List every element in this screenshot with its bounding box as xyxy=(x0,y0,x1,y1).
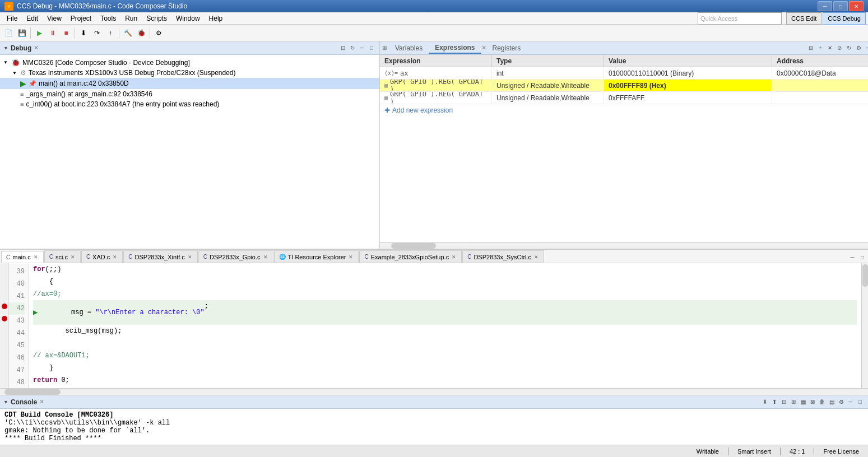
editor-scrollbar-v[interactable] xyxy=(861,263,868,388)
console-icon-4[interactable]: ⊞ xyxy=(789,398,798,407)
debug-stack-icon-0: 📌 xyxy=(29,80,36,87)
menu-edit[interactable]: Edit xyxy=(22,12,43,25)
suspend-button[interactable]: ⏸ xyxy=(47,27,59,39)
quick-access-input[interactable]: Quick Access xyxy=(698,12,782,25)
terminate-button[interactable]: ■ xyxy=(60,27,72,39)
console-icon-3[interactable]: ⊟ xyxy=(779,398,788,407)
debug-tree-item-args[interactable]: ≡ _args_main() at args_main.c:92 0x33854… xyxy=(0,89,379,99)
debug-panel-icon-1[interactable]: ⊡ xyxy=(338,44,347,53)
status-sep-3 xyxy=(814,447,814,455)
expr-icon-refresh[interactable]: ↻ xyxy=(844,44,853,53)
editor-scrollbar-h[interactable] xyxy=(0,388,868,395)
tab-expressions[interactable]: Expressions xyxy=(429,42,481,54)
debug-tree-item-cint[interactable]: ≡ c_int00() at boot.inc:223 0x3384A7 (th… xyxy=(0,99,379,109)
console-scroll-up[interactable]: ⬆ xyxy=(770,398,779,407)
tab-close-xad-c[interactable]: ✕ xyxy=(112,254,118,260)
expressions-tab-close[interactable]: ✕ xyxy=(481,44,486,52)
menu-scripts[interactable]: Scripts xyxy=(142,12,171,25)
menu-help[interactable]: Help xyxy=(205,12,228,25)
save-button[interactable]: 💾 xyxy=(16,27,28,39)
expr-icon-add[interactable]: + xyxy=(816,44,825,53)
new-button[interactable]: 📄 xyxy=(2,27,15,39)
tab-close-sci-c[interactable]: ✕ xyxy=(70,254,76,260)
console-minimize[interactable]: ─ xyxy=(846,398,855,407)
line-num-39: 39 xyxy=(9,265,25,278)
debug-tree-item-device[interactable]: ▼ ⚙ Texas Instruments XDS100v3 USB Debug… xyxy=(0,68,379,78)
debug-button[interactable]: 🐞 xyxy=(135,27,147,39)
bp-gutter-48 xyxy=(0,374,8,386)
toolbar-separator-1 xyxy=(30,27,31,39)
debug-panel-maximize[interactable]: □ xyxy=(367,44,376,53)
expressions-panel: ⊞ Variables Expressions ✕ Registers ⊟ + … xyxy=(380,41,868,249)
tab-close-gpio[interactable]: ✕ xyxy=(263,254,268,260)
tab-close-sysctrl[interactable]: ✕ xyxy=(533,254,539,260)
status-insert-mode: Smart Insert xyxy=(733,448,776,455)
editor-body: 39 40 41 42 43 44 45 46 47 48 for(;;) { xyxy=(0,263,868,388)
expr-icon-settings[interactable]: ⚙ xyxy=(854,44,863,53)
editor-maximize[interactable]: □ xyxy=(858,253,867,262)
expr-minimize[interactable]: ─ xyxy=(864,44,868,53)
menu-view[interactable]: View xyxy=(43,12,66,25)
editor-tab-sci-c[interactable]: C sci.c ✕ xyxy=(44,250,81,263)
debug-panel-icon-2[interactable]: ↻ xyxy=(348,44,357,53)
editor-tab-gpio-setup[interactable]: C Example_2833xGpioSetup.c ✕ xyxy=(359,250,462,263)
step-into-button[interactable]: ⬇ xyxy=(77,27,90,39)
menu-tools[interactable]: Tools xyxy=(96,12,120,25)
ccs-debug-perspective[interactable]: CCS Debug xyxy=(823,12,866,25)
add-expression-row[interactable]: ✚ Add new expression xyxy=(380,104,868,116)
step-return-button[interactable]: ↑ xyxy=(104,27,117,39)
bp-gutter-43[interactable] xyxy=(0,313,8,325)
console-icon-5[interactable]: ▦ xyxy=(799,398,807,407)
tab-close-main-c[interactable]: ✕ xyxy=(33,254,39,260)
editor-tab-xintf[interactable]: C DSP2833x_Xintf.c ✕ xyxy=(123,250,198,263)
debug-panel-minimize[interactable]: ─ xyxy=(358,44,366,53)
menu-window[interactable]: Window xyxy=(171,12,205,25)
editor-tab-main-c[interactable]: C main.c ✕ xyxy=(1,251,44,263)
menu-project[interactable]: Project xyxy=(66,12,96,25)
tab-registers[interactable]: Registers xyxy=(486,43,527,54)
console-icon-clear[interactable]: 🗑 xyxy=(818,398,827,407)
tab-close-gpio-setup[interactable]: ✕ xyxy=(451,254,457,260)
tab-close-xintf[interactable]: ✕ xyxy=(187,254,193,260)
step-over-button[interactable]: ↷ xyxy=(91,27,103,39)
expressions-scrollbar-h[interactable] xyxy=(380,242,868,249)
close-button[interactable]: ✕ xyxy=(849,1,864,11)
expressions-table: Expression Type Value Address (x)= ax in… xyxy=(380,55,868,242)
editor-tab-ti-resource[interactable]: 🌐 TI Resource Explorer ✕ xyxy=(274,250,359,263)
console-maximize[interactable]: □ xyxy=(856,398,865,407)
settings-button[interactable]: ⚙ xyxy=(152,27,165,39)
editor-tab-sysctrl[interactable]: C DSP2833x_SysCtrl.c ✕ xyxy=(462,250,544,263)
ccs-edit-perspective[interactable]: CCS Edit xyxy=(786,12,821,25)
expr-row-0[interactable]: (x)= ax int 0100000110110001 (Binary) 0x… xyxy=(380,67,868,80)
console-icon-6[interactable]: ⊠ xyxy=(808,398,817,407)
expr-row-1[interactable]: ▦ GRP( GPIO ).REG( GPCDAT ) Unsigned / R… xyxy=(380,80,868,92)
expr-icon-collapse[interactable]: ⊟ xyxy=(806,44,815,53)
debug-tree-item-main[interactable]: ▶ 📌 main() at main.c:42 0x33850D xyxy=(0,78,379,89)
minimize-button[interactable]: ─ xyxy=(818,1,832,11)
editor-tabs-bar: C main.c ✕ C sci.c ✕ C XAD.c ✕ C DSP2833… xyxy=(0,250,868,263)
console-scroll-down[interactable]: ⬇ xyxy=(760,398,769,407)
tab-variables[interactable]: Variables xyxy=(389,43,429,54)
resume-button[interactable]: ▶ xyxy=(33,27,45,39)
expr-row-2[interactable]: ▦ GRP( GPIO ).REG( GPADAT ) Unsigned / R… xyxy=(380,92,868,104)
line-num-43: 43 xyxy=(9,315,25,327)
menu-run[interactable]: Run xyxy=(120,12,142,25)
debug-tree-item-root[interactable]: ▼ 🐞 MMC0326 [Code Composer Studio - Devi… xyxy=(0,57,379,68)
code-content[interactable]: for(;;) { //ax=0; ▶ msg = "\r\nEnter a c… xyxy=(29,263,861,388)
build-button[interactable]: 🔨 xyxy=(122,27,134,39)
console-icon-9[interactable]: ⚙ xyxy=(837,398,846,407)
tab-close-ti-resource[interactable]: ✕ xyxy=(348,254,354,260)
console-icon-8[interactable]: ▤ xyxy=(827,398,836,407)
console-tab-close[interactable]: ✕ xyxy=(39,398,44,405)
line-num-42: 42 xyxy=(9,302,25,315)
bp-gutter-42[interactable] xyxy=(0,300,8,313)
expr-icon-clear[interactable]: ⊘ xyxy=(835,44,844,53)
menu-file[interactable]: File xyxy=(2,12,22,25)
editor-minimize[interactable]: ─ xyxy=(848,253,857,262)
maximize-button[interactable]: □ xyxy=(833,1,848,11)
editor-tab-xad-c[interactable]: C XAD.c ✕ xyxy=(81,250,123,263)
code-line-42: ▶ msg = "\r\nEnter a character: \0"; xyxy=(33,300,857,325)
editor-tab-gpio[interactable]: C DSP2833x_Gpio.c ✕ xyxy=(198,250,273,263)
tab-icon-main-c: C xyxy=(6,254,10,260)
expr-icon-remove[interactable]: ✕ xyxy=(825,44,834,53)
